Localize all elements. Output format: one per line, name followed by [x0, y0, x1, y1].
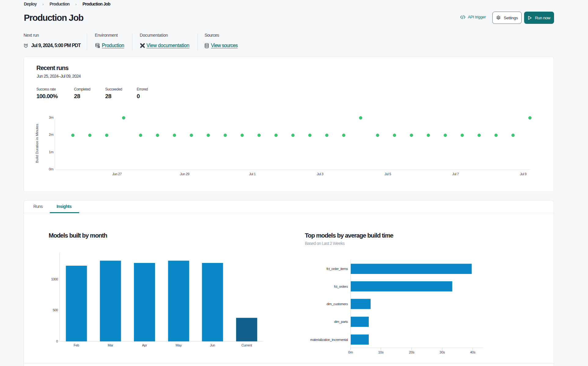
svg-text:dim_customers: dim_customers [327, 302, 348, 306]
svg-text:dim_parts: dim_parts [334, 320, 348, 323]
svg-text:40s: 40s [470, 350, 475, 354]
svg-text:Jul 3: Jul 3 [317, 172, 324, 176]
svg-text:Apr: Apr [142, 343, 147, 347]
svg-text:3m: 3m [49, 116, 54, 119]
svg-text:20s: 20s [409, 350, 415, 354]
svg-text:fct_order_items: fct_order_items [327, 267, 348, 271]
svg-text:0m: 0m [348, 350, 353, 354]
svg-text:10s: 10s [378, 350, 384, 354]
svg-text:Feb: Feb [74, 343, 79, 347]
svg-text:Build Duration in Minutes: Build Duration in Minutes [35, 124, 39, 163]
svg-text:Jul 9: Jul 9 [520, 172, 527, 176]
svg-text:0: 0 [56, 339, 58, 343]
svg-text:500: 500 [53, 308, 58, 312]
svg-text:Jun 27: Jun 27 [112, 172, 122, 176]
svg-text:0m: 0m [49, 167, 54, 171]
svg-text:Jun: Jun [210, 343, 215, 347]
svg-text:Jul 5: Jul 5 [385, 172, 391, 176]
svg-text:fct_orders: fct_orders [334, 285, 348, 288]
svg-text:Jul 7: Jul 7 [452, 172, 459, 176]
svg-text:materialization_incremental: materialization_incremental [310, 338, 348, 342]
svg-text:Mar: Mar [108, 343, 113, 347]
svg-text:30s: 30s [439, 350, 445, 354]
svg-text:Jul 1: Jul 1 [249, 172, 256, 176]
svg-text:2m: 2m [49, 133, 54, 136]
svg-text:1000: 1000 [51, 277, 58, 281]
svg-text:May: May [176, 343, 182, 347]
svg-text:Jun 29: Jun 29 [180, 172, 190, 176]
svg-text:Current: Current [241, 343, 252, 347]
svg-text:1m: 1m [49, 150, 54, 154]
